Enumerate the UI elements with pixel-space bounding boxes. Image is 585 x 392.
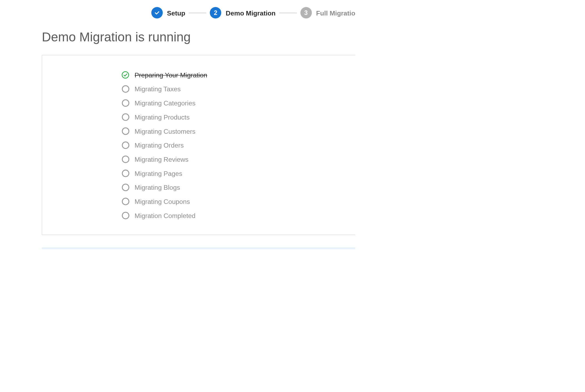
step-number-badge: 3 xyxy=(300,7,312,18)
check-icon xyxy=(151,7,163,18)
step-demo-migration[interactable]: 2 Demo Migration xyxy=(210,7,276,18)
circle-icon xyxy=(121,211,129,219)
progress-label: Migrating Coupons xyxy=(135,197,190,205)
progress-item-pages: Migrating Pages xyxy=(121,166,355,180)
progress-item-preparing: Preparing Your Migration xyxy=(121,68,355,82)
circle-icon xyxy=(121,197,129,205)
progress-label: Migrating Customers xyxy=(135,127,196,135)
circle-icon xyxy=(121,155,129,163)
check-circle-icon xyxy=(121,71,129,79)
step-label: Setup xyxy=(167,9,185,17)
progress-item-categories: Migrating Categories xyxy=(121,96,355,110)
progress-label: Migration Completed xyxy=(135,212,196,219)
progress-label: Migrating Categories xyxy=(135,99,196,106)
stepper: Setup 2 Demo Migration 3 Full Migration … xyxy=(0,0,355,30)
progress-item-reviews: Migrating Reviews xyxy=(121,152,355,166)
svg-point-0 xyxy=(122,72,129,78)
progress-card: Preparing Your Migration Migrating Taxes… xyxy=(42,55,355,235)
circle-icon xyxy=(121,85,129,93)
step-connector xyxy=(279,13,297,13)
step-number-badge: 2 xyxy=(210,7,221,18)
progress-label: Migrating Orders xyxy=(135,141,184,149)
circle-icon xyxy=(121,99,129,107)
circle-icon xyxy=(121,183,129,191)
step-setup[interactable]: Setup xyxy=(151,7,185,18)
circle-icon xyxy=(121,113,129,121)
progress-label: Migrating Blogs xyxy=(135,183,180,191)
progress-label: Migrating Pages xyxy=(135,169,182,177)
progress-item-taxes: Migrating Taxes xyxy=(121,82,355,96)
circle-icon xyxy=(121,169,129,177)
step-connector xyxy=(189,13,206,13)
progress-label: Migrating Reviews xyxy=(135,155,189,163)
progress-item-products: Migrating Products xyxy=(121,110,355,124)
progress-label: Migrating Products xyxy=(135,113,190,121)
progress-item-completed: Migration Completed xyxy=(121,208,355,222)
progress-item-customers: Migrating Customers xyxy=(121,124,355,138)
page-title: Demo Migration is running xyxy=(42,30,355,44)
step-label: Full Migration xyxy=(316,9,355,17)
step-full-migration[interactable]: 3 Full Migration xyxy=(300,7,355,18)
progress-item-blogs: Migrating Blogs xyxy=(121,180,355,194)
circle-icon xyxy=(121,141,129,149)
step-label: Demo Migration xyxy=(226,9,276,17)
progress-item-orders: Migrating Orders xyxy=(121,138,355,152)
progress-item-coupons: Migrating Coupons xyxy=(121,194,355,208)
circle-icon xyxy=(121,127,129,135)
progress-label: Preparing Your Migration xyxy=(135,71,207,78)
progress-label: Migrating Taxes xyxy=(135,85,181,93)
tips-panel: Do you know? Migration is running in bac… xyxy=(42,247,355,249)
